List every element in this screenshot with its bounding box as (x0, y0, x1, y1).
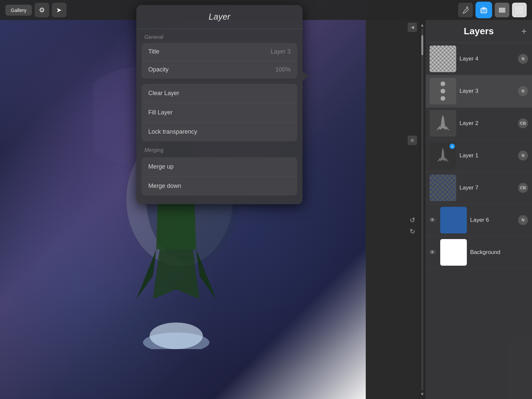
layer-item-layer1[interactable]: α Layer 1 N (426, 140, 532, 172)
tool-adjust-button[interactable]: ◀ (408, 23, 417, 32)
layers-header: Layers + (426, 20, 532, 43)
general-card: Title Layer 3 Opacity 100% (142, 43, 297, 78)
svg-rect-2 (499, 8, 505, 9)
layer1-badge: N (518, 151, 528, 161)
scroll-up-arrow[interactable]: ▲ (420, 23, 425, 27)
layer-popup-header: Layer (136, 5, 303, 29)
layer6-thumbnail (440, 207, 467, 233)
color-picker-button[interactable] (512, 3, 527, 17)
layer3-badge: N (518, 86, 528, 96)
share-button[interactable]: ➤ (52, 3, 66, 17)
title-row[interactable]: Title Layer 3 (142, 43, 297, 61)
layer-popup-title: Layer (208, 12, 230, 22)
scroll-track[interactable] (421, 29, 423, 390)
right-scrollbar[interactable]: ▲ ▼ (419, 20, 426, 399)
merging-section-label: Merging (136, 142, 303, 156)
undo-button[interactable]: ↺ (408, 215, 417, 225)
layer4-name: Layer 4 (460, 56, 515, 62)
add-layer-button[interactable]: + (521, 26, 527, 37)
title-label: Title (148, 48, 271, 55)
layers-tool-button[interactable] (495, 3, 509, 17)
svg-rect-3 (499, 10, 505, 11)
background-visibility-button[interactable]: 👁 (430, 249, 436, 256)
background-name: Background (470, 249, 528, 256)
layer7-name: Layer 7 (460, 185, 515, 191)
layer6-badge: N (518, 215, 528, 225)
gallery-button[interactable]: Gallery (5, 5, 32, 16)
layers-title: Layers (464, 26, 494, 37)
merge-up-button[interactable]: Merge up (142, 157, 297, 177)
layer-item-layer4[interactable]: Layer 4 N (426, 43, 532, 75)
layer-item-layer6[interactable]: 👁 Layer 6 N (426, 204, 532, 236)
background-thumbnail (440, 239, 467, 266)
eraser-tool-button[interactable] (475, 2, 492, 18)
layer-item-layer2[interactable]: Layer 2 CB (426, 107, 532, 140)
redo-button[interactable]: ↻ (408, 227, 417, 236)
general-section-label: General (136, 29, 303, 43)
scroll-thumb[interactable] (421, 35, 423, 55)
opacity-label: Opacity (148, 66, 275, 73)
settings-button[interactable]: ⚙ (35, 3, 49, 17)
layer4-thumbnail (430, 46, 456, 72)
layer-popup: Layer General Title Layer 3 Opacity 100%… (136, 5, 303, 204)
layer2-thumbnail (430, 110, 456, 137)
layer-item-layer7[interactable]: Layer 7 CB (426, 172, 532, 204)
layer6-name: Layer 6 (470, 217, 515, 223)
layer2-badge: CB (518, 118, 528, 128)
scroll-down-arrow[interactable]: ▼ (420, 392, 425, 396)
merging-card: Merge up Merge down (142, 157, 297, 196)
lock-transparency-button[interactable]: Lock transparency (142, 122, 297, 141)
right-tools-panel: ◀ ⊞ ↺ ↻ (406, 20, 419, 239)
layer1-thumbnail: α (430, 142, 456, 169)
layer6-visibility-button[interactable]: 👁 (430, 217, 436, 224)
layer-item-layer3[interactable]: Layer 3 N (426, 75, 532, 107)
fill-layer-button[interactable]: Fill Layer (142, 103, 297, 122)
pen-tool-button[interactable] (458, 3, 473, 17)
opacity-value: 100% (275, 66, 291, 73)
merge-down-button[interactable]: Merge down (142, 177, 297, 196)
svg-rect-1 (482, 7, 485, 10)
checkerboard-button[interactable]: ⊞ (408, 136, 417, 145)
layer1-name: Layer 1 (460, 152, 515, 159)
title-value: Layer 3 (271, 48, 291, 55)
layer7-badge: CB (518, 183, 528, 193)
layer3-thumbnail (430, 78, 456, 104)
popup-caret (303, 71, 309, 81)
clear-layer-button[interactable]: Clear Layer (142, 84, 297, 103)
opacity-row[interactable]: Opacity 100% (142, 61, 297, 78)
layer2-name: Layer 2 (460, 120, 515, 127)
layer3-name: Layer 3 (460, 88, 515, 94)
layer7-thumbnail (430, 175, 456, 201)
actions-card: Clear Layer Fill Layer Lock transparency (142, 84, 297, 141)
layer-item-background[interactable]: 👁 Background (426, 236, 532, 269)
layer4-badge: N (518, 54, 528, 64)
svg-rect-4 (499, 11, 505, 12)
layers-panel: Layers + Layer 4 N Layer 3 N Layer 2 CB (426, 20, 532, 399)
